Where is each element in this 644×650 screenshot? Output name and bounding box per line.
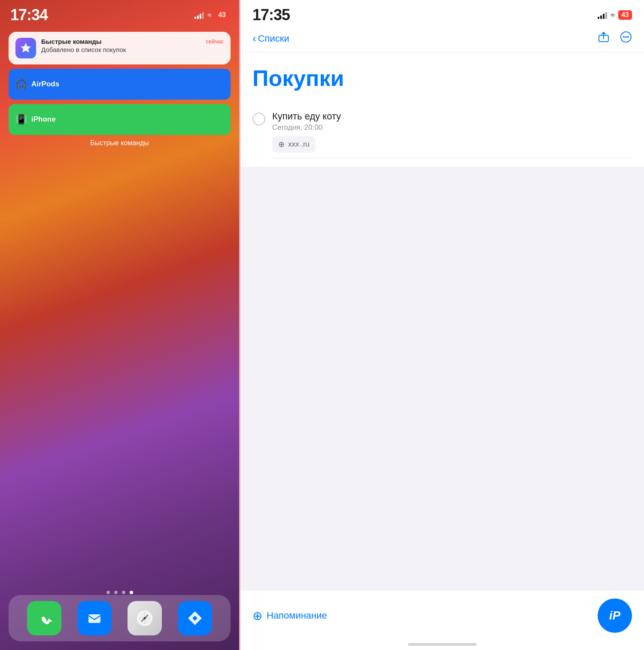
airpods-icon: 🎧 — [15, 79, 27, 90]
left-time: 17:34 — [10, 6, 48, 24]
reminder-link[interactable]: ⊕ xxx .ru — [272, 136, 316, 153]
left-status-icons: ≈ 43 — [194, 10, 229, 20]
left-phone-panel: 17:34 ≈ 43 Быстрые команды сейчас Д — [0, 0, 240, 650]
dock-phone-icon[interactable] — [27, 601, 61, 635]
reminder-date: Сегодня, 20:00 — [272, 123, 632, 132]
dot-3 — [122, 591, 125, 594]
left-status-bar: 17:34 ≈ 43 — [0, 0, 239, 27]
nav-bar: ‹ Списки — [240, 27, 644, 52]
list-separator — [272, 158, 632, 158]
share-button[interactable] — [598, 31, 610, 46]
dot-2 — [114, 591, 118, 594]
iphone-label: iPhone — [31, 115, 56, 124]
app-dock — [9, 595, 231, 641]
nav-actions — [598, 31, 632, 46]
notification-app-name: Быстрые команды — [41, 38, 102, 45]
link-url: xxx .ru — [288, 140, 310, 149]
shortcuts-row-2: 📳 iPhone — [9, 104, 231, 135]
battery-icon: 43 — [215, 10, 229, 20]
list-content: Покупки Купить еду коту Сегодня, 20:00 ⊕… — [240, 52, 644, 167]
wifi-icon: ≈ — [207, 11, 212, 20]
add-reminder-label: Напоминание — [267, 610, 327, 621]
reminder-checkbox[interactable] — [252, 113, 265, 125]
dot-4-active — [130, 591, 133, 594]
back-label: Списки — [258, 33, 289, 44]
dock-safari-icon[interactable] — [128, 601, 162, 635]
iphone-shortcut[interactable]: 📳 iPhone — [9, 104, 231, 135]
bottom-bar: ⊕ Напоминание iP — [240, 589, 644, 650]
add-reminder-button[interactable]: ⊕ Напоминание — [252, 609, 327, 623]
home-indicator — [408, 643, 477, 646]
airpods-label: AirPods — [31, 80, 59, 88]
more-button[interactable] — [620, 31, 632, 46]
svg-point-4 — [144, 617, 146, 619]
notification-time: сейчас — [206, 38, 224, 45]
right-status-bar: 17:35 ≈ 43 — [240, 0, 644, 27]
reminder-details: Купить еду коту Сегодня, 20:00 ⊕ xxx .ru — [272, 111, 632, 153]
back-button[interactable]: ‹ Списки — [252, 32, 289, 45]
svg-rect-1 — [88, 614, 100, 623]
notification-content: Быстрые команды сейчас Добавлено в списо… — [41, 38, 224, 53]
page-dots — [106, 591, 133, 594]
airpods-shortcut[interactable]: 🎧 AirPods — [9, 69, 231, 100]
compass-icon: ⊕ — [278, 140, 285, 149]
reminder-item: Купить еду коту Сегодня, 20:00 ⊕ xxx .ru — [252, 106, 632, 158]
ip-logo: iP — [598, 598, 632, 633]
shortcuts-widget: 🎧 AirPods 📳 iPhone — [9, 69, 231, 135]
right-phone-panel: 17:35 ≈ 43 ‹ Списки — [240, 0, 644, 650]
dock-mail-icon[interactable] — [77, 601, 112, 635]
right-status-icons: ≈ 43 — [598, 10, 632, 20]
svg-point-0 — [24, 46, 28, 50]
notification-message: Добавлено в список покупок — [41, 46, 224, 53]
vibrate-icon: 📳 — [15, 114, 27, 125]
right-battery-icon: 43 — [618, 10, 632, 20]
widget-title: Быстрые команды — [0, 139, 239, 147]
right-wifi-icon: ≈ — [611, 11, 615, 20]
svg-point-8 — [625, 36, 627, 38]
right-signal-icon — [598, 11, 607, 19]
dot-1 — [106, 591, 110, 594]
shortcuts-row-1: 🎧 AirPods — [9, 69, 231, 100]
right-time: 17:35 — [252, 6, 290, 24]
chevron-left-icon: ‹ — [252, 32, 256, 45]
reminder-title: Купить еду коту — [272, 111, 632, 122]
list-title: Покупки — [252, 61, 632, 95]
svg-point-7 — [623, 36, 625, 38]
svg-point-9 — [627, 36, 629, 38]
notification-card[interactable]: Быстрые команды сейчас Добавлено в списо… — [9, 32, 231, 64]
shortcuts-app-icon — [15, 38, 36, 58]
notification-header: Быстрые команды сейчас — [41, 38, 224, 45]
add-icon: ⊕ — [252, 609, 262, 623]
dock-reeder-icon[interactable] — [178, 601, 212, 635]
signal-icon — [194, 11, 204, 19]
